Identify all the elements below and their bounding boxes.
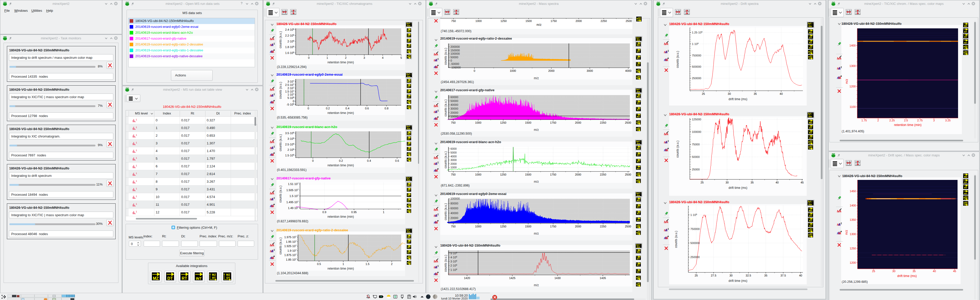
svg-text:1.495·107: 1.495·107	[286, 200, 299, 204]
svg-text:1.5·106: 1.5·106	[285, 153, 294, 157]
svg-text:Σ: Σ	[438, 161, 439, 164]
svg-text:INT: INT	[407, 200, 410, 202]
svg-text:40: 40	[780, 92, 783, 95]
svg-text:2.2·106: 2.2·106	[285, 34, 294, 37]
svg-text:0: 0	[474, 69, 475, 72]
svg-text:Σ: Σ	[438, 58, 439, 60]
svg-text:37.5: 37.5	[780, 274, 786, 277]
svg-text:1430: 1430	[554, 276, 560, 279]
svg-text:1250: 1250	[500, 225, 506, 228]
svg-text:1: 1	[136, 180, 137, 182]
svg-text:DT: DT	[408, 107, 411, 109]
svg-text:5·106: 5·106	[288, 96, 294, 99]
svg-text:30: 30	[892, 270, 895, 273]
svg-text:500000: 500000	[692, 65, 701, 68]
svg-text:50000: 50000	[450, 56, 458, 59]
svg-text:RT: RT	[964, 36, 967, 38]
svg-text:1.51·107: 1.51·107	[288, 182, 299, 185]
svg-text:1.5·107: 1.5·107	[290, 194, 299, 198]
svg-text:RT: RT	[965, 198, 968, 199]
svg-text:1: 1	[136, 156, 137, 159]
svg-text:DT: DT	[167, 276, 173, 281]
svg-text:1500: 1500	[525, 19, 531, 22]
svg-text:DT: DT	[810, 147, 813, 149]
svg-text:DT: DT	[637, 50, 640, 53]
svg-text:DT: DT	[965, 53, 968, 54]
svg-text:DT: DT	[810, 235, 813, 237]
svg-text:Σ: Σ	[841, 222, 842, 225]
svg-text:2.5·106: 2.5·106	[285, 143, 294, 146]
svg-text:DT: DT	[637, 102, 640, 105]
svg-text:DT: DT	[809, 214, 812, 217]
svg-text:MZ: MZ	[964, 25, 967, 27]
svg-text:1250: 1250	[501, 19, 507, 22]
svg-text:3.5·106: 3.5·106	[285, 131, 294, 135]
svg-text:1000: 1000	[475, 225, 481, 228]
svg-text:50000: 50000	[450, 99, 458, 102]
svg-text:Σ: Σ	[274, 249, 275, 251]
svg-text:2·106: 2·106	[288, 148, 294, 151]
svg-text:1435: 1435	[600, 276, 606, 279]
svg-text:1: 1	[136, 126, 137, 129]
svg-text:MZ: MZ	[407, 236, 410, 238]
svg-text:INT: INT	[809, 225, 812, 227]
svg-text:INT: INT	[407, 148, 410, 151]
svg-text:25: 25	[872, 270, 875, 273]
svg-text:Σ: Σ	[438, 265, 439, 267]
svg-text:250000: 250000	[692, 77, 701, 80]
svg-text:1750: 1750	[550, 19, 557, 22]
svg-text:MZ: MZ	[964, 176, 967, 178]
svg-text:MZ: MZ	[637, 95, 640, 98]
svg-text:35: 35	[754, 92, 757, 95]
svg-text:1420: 1420	[464, 276, 470, 279]
svg-text:DT: DT	[638, 181, 640, 182]
svg-text:0.4: 0.4	[367, 159, 371, 162]
svg-text:0: 0	[312, 159, 313, 162]
svg-text:MZ: MZ	[212, 273, 216, 276]
svg-text:DT: DT	[407, 138, 410, 140]
svg-text:2000: 2000	[575, 173, 581, 176]
svg-text:Σ: Σ	[274, 145, 275, 148]
svg-text:30: 30	[728, 92, 731, 95]
svg-text:RT: RT	[407, 91, 410, 93]
svg-text:RT: RT	[407, 143, 410, 146]
svg-text:0: 0	[308, 56, 310, 59]
svg-text:m/z: m/z	[536, 23, 541, 27]
svg-text:1750: 1750	[550, 225, 556, 228]
svg-text:20000: 20000	[450, 111, 458, 114]
svg-text:3000: 3000	[587, 69, 593, 72]
svg-text:0: 0	[450, 59, 452, 62]
svg-text:1: 1	[136, 164, 137, 167]
svg-text:1: 1	[342, 262, 344, 265]
svg-text:DT: DT	[638, 129, 640, 131]
svg-text:25: 25	[700, 181, 703, 184]
svg-text:750000: 750000	[690, 227, 700, 230]
svg-text:750: 750	[451, 19, 456, 22]
svg-text:1.9·107: 1.9·107	[287, 249, 297, 252]
svg-text:1000: 1000	[510, 69, 516, 72]
svg-text:3·106: 3·106	[288, 137, 294, 140]
svg-text:0.5: 0.5	[317, 262, 321, 265]
svg-text:DT: DT	[638, 233, 640, 234]
svg-text:RT: RT	[810, 230, 813, 232]
svg-text:MZ: MZ	[407, 80, 410, 83]
svg-text:25000: 25000	[692, 168, 700, 171]
svg-text:2500: 2500	[625, 121, 631, 124]
svg-text:40: 40	[799, 274, 802, 277]
svg-text:1: 1	[136, 141, 137, 144]
svg-text:MZ: MZ	[809, 209, 812, 212]
svg-text:35: 35	[764, 274, 767, 277]
svg-text:Σ: Σ	[274, 93, 275, 96]
svg-text:INT: INT	[637, 219, 640, 222]
svg-text:DT: DT	[408, 159, 411, 161]
svg-text:2250: 2250	[600, 19, 607, 22]
svg-text:1000: 1000	[475, 121, 481, 124]
svg-text:0.9: 0.9	[322, 211, 326, 214]
svg-text:DT: DT	[407, 35, 410, 37]
svg-text:0.6: 0.6	[395, 159, 399, 162]
svg-text:Σ: Σ	[668, 49, 669, 52]
svg-text:75000: 75000	[692, 143, 700, 146]
svg-text:RT: RT	[964, 187, 967, 189]
svg-text:DT: DT	[638, 19, 641, 21]
svg-text:30: 30	[725, 181, 729, 184]
